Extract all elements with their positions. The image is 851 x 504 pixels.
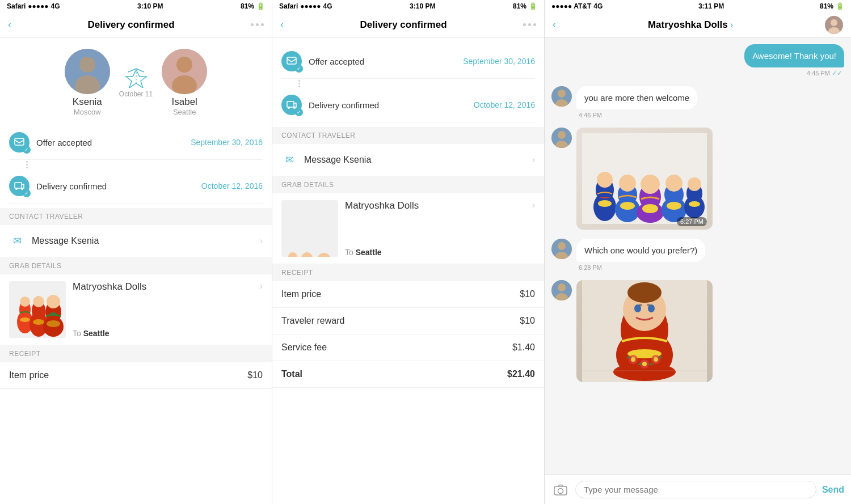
svg-point-65 xyxy=(642,204,658,213)
contact-header-center: CONTACT TRAVELER xyxy=(272,127,544,144)
grab-item-center[interactable]: Matryoshka Dolls To Seattle › xyxy=(272,193,544,264)
profile-info-isabel: Isabel Seattle xyxy=(172,96,197,116)
received-image-1: 6:27 PM xyxy=(551,128,844,230)
grab-info-left: Matryoshka Dolls To Seattle xyxy=(73,281,253,338)
receipt-traveler-reward: Traveler reward $10 xyxy=(272,308,544,334)
svg-point-69 xyxy=(667,202,681,210)
timeline-label-delivery-center: Delivery confirmed xyxy=(309,100,467,110)
battery-right: 81% xyxy=(820,2,833,10)
avatar-isabel xyxy=(162,49,207,94)
travel-icon: October 11 xyxy=(119,67,153,98)
time-received-2: 6:28 PM xyxy=(576,264,705,271)
nav-title-center: Delivery confirmed xyxy=(360,19,446,31)
offer-icon-center xyxy=(281,51,302,71)
svg-point-35 xyxy=(301,252,313,257)
nav-bar-left: ‹ Delivery confirmed xyxy=(0,12,272,37)
timeline-date-offer: September 30, 2016 xyxy=(191,138,263,147)
center-panel: Safari ●●●●● 4G 3:10 PM 81% 🔋 ‹ Delivery… xyxy=(272,0,545,504)
svg-point-88 xyxy=(639,304,642,306)
bubble-sent-1: Awesome! Thank you! xyxy=(744,44,844,67)
message-ksenia-row-center[interactable]: ✉ Message Ksenia › xyxy=(272,144,544,176)
time-sent-1: 4:45 PM ✓✓ xyxy=(804,70,844,77)
carrier-right: ●●●●● AT&T xyxy=(551,2,591,10)
received-image-2 xyxy=(551,280,844,382)
timeline-date-delivery-center: October 12, 2016 xyxy=(474,100,535,109)
svg-point-72 xyxy=(688,177,701,191)
delivery-icon xyxy=(9,176,30,196)
timeline-item-delivery: Delivery confirmed October 12, 2016 xyxy=(9,169,263,204)
svg-rect-25 xyxy=(287,57,296,64)
received-message-1: you are more then welcome 4:46 PM xyxy=(551,86,844,118)
message-input[interactable] xyxy=(575,481,816,498)
timeline-left: Offer accepted September 30, 2016 Delive… xyxy=(0,125,272,208)
back-button-center[interactable]: ‹ xyxy=(280,19,284,31)
svg-point-94 xyxy=(631,357,635,362)
message-label-center: Message Ksenia xyxy=(304,155,525,165)
signal-center: ●●●●● xyxy=(300,2,321,10)
timeline-item-offer-center: Offer accepted September 30, 2016 xyxy=(281,44,535,79)
avatar-received-1 xyxy=(551,86,572,107)
svg-point-24 xyxy=(50,312,57,316)
svg-point-28 xyxy=(293,107,296,109)
grab-item-left[interactable]: Matryoshka Dolls To Seattle › xyxy=(0,274,272,345)
chevron-icon-center: › xyxy=(532,155,535,165)
grab-header-left: GRAB DETAILS xyxy=(0,257,272,274)
svg-rect-26 xyxy=(287,101,294,107)
battery-icon-right: 🔋 xyxy=(836,2,844,10)
message-label-left: Message Ksenia xyxy=(32,236,253,246)
svg-point-11 xyxy=(21,188,23,190)
svg-point-15 xyxy=(20,317,30,322)
nav-dots-center[interactable] xyxy=(523,23,536,26)
timeline-date-delivery: October 12, 2016 xyxy=(201,181,263,190)
time-left: 3:10 PM xyxy=(137,2,163,10)
timeline-label-offer: Offer accepted xyxy=(36,138,184,147)
chat-messages: Awesome! Thank you! 4:45 PM ✓✓ you are m… xyxy=(545,37,851,475)
svg-point-51 xyxy=(558,131,566,139)
receipt-left: Item price $10 xyxy=(0,362,272,389)
carrier-left: Safari xyxy=(7,2,26,10)
svg-point-23 xyxy=(47,320,60,327)
svg-point-61 xyxy=(620,202,635,210)
chevron-icon-left: › xyxy=(260,236,263,246)
svg-point-31 xyxy=(288,252,297,257)
offer-icon xyxy=(9,132,30,153)
receipt-row-itemprice-left: Item price $10 xyxy=(0,362,272,389)
receipt-amount-left: $10 xyxy=(247,370,263,380)
bubble-wrap-1: you are more then welcome 4:46 PM xyxy=(576,86,697,118)
timeline-item-delivery-center: Delivery confirmed October 12, 2016 xyxy=(281,88,535,122)
send-button[interactable]: Send xyxy=(822,485,844,495)
received-message-2: Which one would you prefer?) 6:28 PM xyxy=(551,239,844,271)
svg-point-57 xyxy=(598,200,612,207)
svg-point-95 xyxy=(642,362,647,366)
camera-button[interactable] xyxy=(551,481,570,499)
svg-point-78 xyxy=(558,283,566,291)
grab-chevron-left: › xyxy=(260,281,263,338)
svg-rect-9 xyxy=(15,183,22,188)
avatar-received-2 xyxy=(551,128,572,148)
grab-image-center xyxy=(281,200,338,257)
nav-dots-left[interactable] xyxy=(251,23,264,26)
battery-icon-center: 🔋 xyxy=(529,2,537,10)
svg-point-56 xyxy=(597,172,613,188)
svg-point-73 xyxy=(689,201,700,207)
back-button-right[interactable]: ‹ xyxy=(553,19,556,31)
grab-chevron-center: › xyxy=(532,200,535,257)
svg-point-68 xyxy=(665,175,683,192)
receipt-service-fee: Service fee $1.40 xyxy=(272,334,544,361)
nav-title-left: Delivery confirmed xyxy=(87,19,174,31)
svg-point-6 xyxy=(176,57,192,73)
svg-rect-8 xyxy=(15,138,24,145)
image-timestamp-1: 6:27 PM xyxy=(677,217,707,226)
timeline-label-offer-center: Offer accepted xyxy=(309,57,456,66)
status-bar-right: ●●●●● AT&T 4G 3:11 PM 81% 🔋 xyxy=(545,0,851,12)
time-center: 3:10 PM xyxy=(410,2,435,10)
time-right: 3:11 PM xyxy=(698,2,724,10)
svg-point-45 xyxy=(831,19,837,26)
nav-avatar-right xyxy=(825,16,843,34)
signal-left: ●●●●● xyxy=(28,2,48,10)
back-button-left[interactable]: ‹ xyxy=(8,19,11,31)
chat-image-1: 6:27 PM xyxy=(576,128,713,230)
battery-left: 81% xyxy=(241,2,254,10)
timeline-label-delivery: Delivery confirmed xyxy=(36,181,195,191)
message-ksenia-row-left[interactable]: ✉ Message Ksenia › xyxy=(0,225,272,257)
